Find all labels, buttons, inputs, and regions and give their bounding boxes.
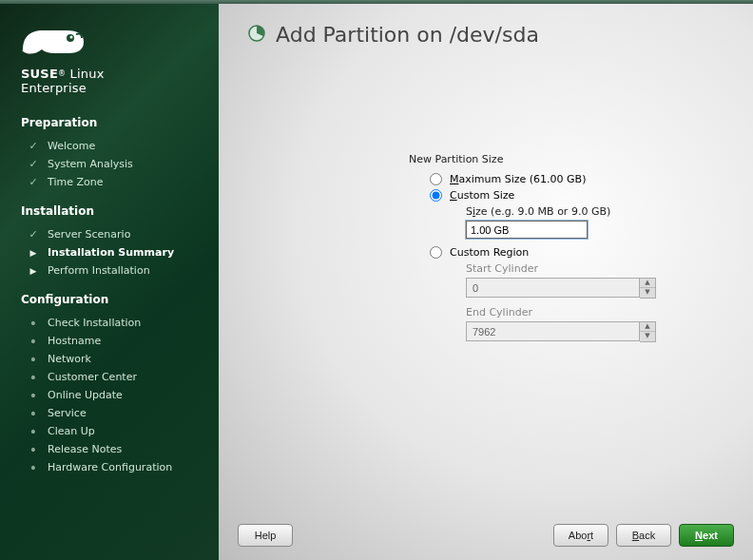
svg-point-1 xyxy=(70,36,73,39)
sidebar-item-installation-summary: ▶Installation Summary xyxy=(0,243,219,261)
size-input[interactable] xyxy=(466,221,588,239)
radio-custom-size[interactable]: Custom Size xyxy=(430,189,724,202)
spin-up-icon: ▲ xyxy=(640,322,655,332)
brand-name: SUSE® Linux xyxy=(21,67,105,81)
sidebar-item-label: Release Notes xyxy=(48,443,122,455)
bullet-icon: • xyxy=(29,463,38,473)
spin-buttons: ▲▼ xyxy=(640,321,656,342)
spin-down-icon: ▼ xyxy=(640,332,655,341)
end-cylinder-input xyxy=(466,321,640,341)
sidebar-item-label: Welcome xyxy=(48,140,95,152)
bullet-icon: • xyxy=(29,355,38,364)
sidebar-item-welcome: ✓Welcome xyxy=(0,137,219,155)
partition-icon xyxy=(247,24,266,46)
radio-custom-region[interactable]: Custom Region xyxy=(430,246,724,259)
main-panel: Add Partition on /dev/sda New Partition … xyxy=(219,4,753,560)
sidebar-item-label: Customer Center xyxy=(48,371,137,383)
page-title: Add Partition on /dev/sda xyxy=(276,23,539,47)
bullet-icon: • xyxy=(29,445,38,454)
radio-custom-region-label: Custom Region xyxy=(450,246,529,259)
radio-maximum-size[interactable]: Maximum Size (61.00 GB) xyxy=(430,173,724,185)
sidebar-item-server-scenario: ✓Server Scenario xyxy=(0,225,219,243)
spin-up-icon: ▲ xyxy=(640,279,655,288)
sidebar-item-label: Time Zone xyxy=(48,176,103,188)
radio-custom-region-input[interactable] xyxy=(430,246,442,259)
sidebar-item-check-installation: •Check Installation xyxy=(0,314,219,332)
bullet-icon: • xyxy=(29,391,38,400)
bullet-icon: • xyxy=(29,337,38,346)
sidebar-item-system-analysis: ✓System Analysis xyxy=(0,155,219,173)
sidebar-item-perform-installation: ▶Perform Installation xyxy=(0,261,219,280)
sidebar-section-preparation: Preparation xyxy=(0,103,219,137)
check-icon: ✓ xyxy=(29,228,38,241)
sidebar-item-time-zone: ✓Time Zone xyxy=(0,173,219,191)
sidebar-item-service: •Service xyxy=(0,404,219,422)
radio-maximum-size-input[interactable] xyxy=(430,173,442,185)
check-icon: ✓ xyxy=(29,140,38,152)
check-icon: ✓ xyxy=(29,176,38,188)
radio-custom-size-input[interactable] xyxy=(430,189,442,202)
sidebar-item-hostname: •Hostname xyxy=(0,332,219,350)
spin-down-icon: ▼ xyxy=(640,288,655,298)
sidebar-item-customer-center: •Customer Center xyxy=(0,368,219,386)
sidebar-item-release-notes: •Release Notes xyxy=(0,440,219,458)
size-field-label: Size (e.g. 9.0 MB or 9.0 GB) xyxy=(466,205,724,218)
arrow-right-icon: ▶ xyxy=(29,248,38,258)
bullet-icon: • xyxy=(29,409,38,418)
start-cylinder-label: Start Cylinder xyxy=(466,262,724,275)
radio-maximum-size-label: Maximum Size (61.00 GB) xyxy=(450,173,586,185)
sidebar-item-online-update: •Online Update xyxy=(0,386,219,404)
sidebar-item-label: Installation Summary xyxy=(48,246,174,259)
sidebar-item-label: Check Installation xyxy=(48,317,141,329)
sidebar-item-label: Service xyxy=(48,407,87,419)
sidebar-item-label: Hostname xyxy=(48,335,101,347)
sidebar-item-label: Server Scenario xyxy=(48,228,130,241)
sidebar-item-label: Clean Up xyxy=(48,425,95,437)
next-button[interactable]: Next xyxy=(679,524,734,547)
sidebar: SUSE® Linux Enterprise Preparation ✓Welc… xyxy=(0,4,219,560)
page-header: Add Partition on /dev/sda xyxy=(219,4,753,58)
end-cylinder-label: End Cylinder xyxy=(466,306,724,319)
end-cylinder-field: ▲▼ xyxy=(466,321,656,342)
footer: Help Abort Back Next xyxy=(219,514,753,560)
sidebar-section-configuration: Configuration xyxy=(0,280,219,314)
arrow-right-icon: ▶ xyxy=(29,266,38,276)
sidebar-item-label: Network xyxy=(48,353,91,365)
help-button[interactable]: Help xyxy=(238,524,293,547)
start-cylinder-input xyxy=(466,278,640,298)
suse-logo-icon xyxy=(21,21,87,61)
brand-edition: Enterprise xyxy=(21,81,87,95)
sidebar-item-label: Online Update xyxy=(48,389,123,401)
bullet-icon: • xyxy=(29,427,38,436)
sidebar-item-label: Perform Installation xyxy=(48,264,150,277)
spin-buttons: ▲▼ xyxy=(640,278,656,299)
brand-block: SUSE® Linux Enterprise xyxy=(0,21,219,103)
check-icon: ✓ xyxy=(29,158,38,170)
bullet-icon: • xyxy=(29,319,38,328)
sidebar-item-clean-up: •Clean Up xyxy=(0,422,219,440)
sidebar-section-installation: Installation xyxy=(0,191,219,225)
bullet-icon: • xyxy=(29,373,38,382)
sidebar-item-label: System Analysis xyxy=(48,158,133,170)
sidebar-item-network: •Network xyxy=(0,350,219,368)
radio-custom-size-label: Custom Size xyxy=(450,189,514,202)
start-cylinder-field: ▲▼ xyxy=(466,278,656,299)
abort-button[interactable]: Abort xyxy=(553,524,608,547)
group-label-new-partition-size: New Partition Size xyxy=(409,153,724,165)
sidebar-item-label: Hardware Configuration xyxy=(48,461,172,473)
back-button[interactable]: Back xyxy=(616,524,671,547)
sidebar-item-hardware-configuration: •Hardware Configuration xyxy=(0,458,219,476)
